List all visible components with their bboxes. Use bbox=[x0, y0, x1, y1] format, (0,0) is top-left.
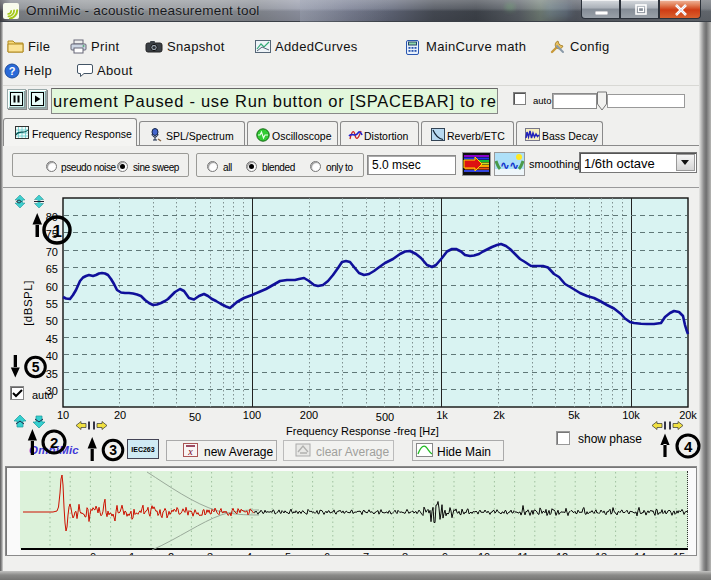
svg-text:4: 4 bbox=[684, 438, 693, 455]
svg-text:5: 5 bbox=[32, 359, 40, 375]
svg-text:1: 1 bbox=[52, 222, 61, 241]
svg-text:3: 3 bbox=[109, 442, 117, 458]
svg-text:2: 2 bbox=[50, 434, 58, 451]
